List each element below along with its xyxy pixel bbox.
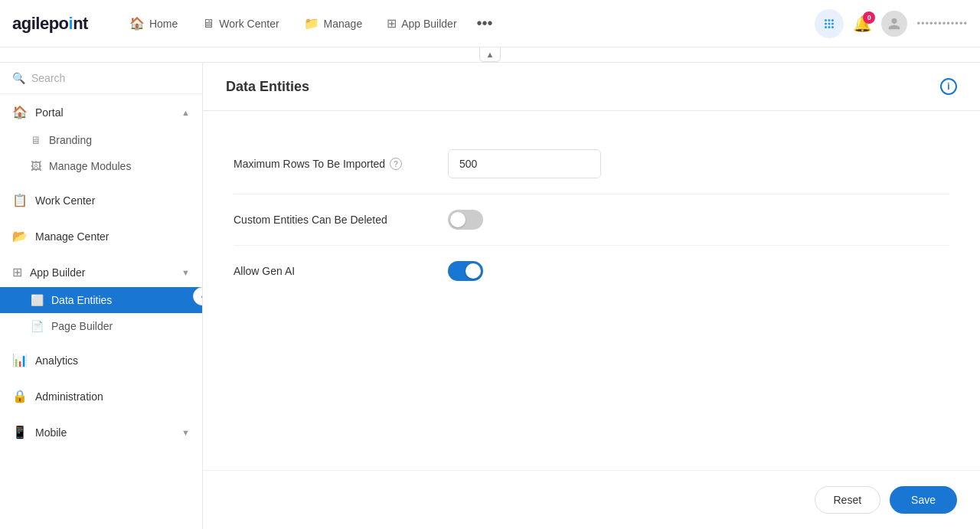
sidebar: 🔍 Search 🏠 Portal ▲ 🖥 Branding — [0, 63, 203, 529]
nav-manage-label: Manage — [324, 18, 363, 30]
main-layout: 🔍 Search 🏠 Portal ▲ 🖥 Branding — [0, 63, 980, 529]
analytics-label: Analytics — [35, 354, 78, 367]
max-rows-label-text: Maximum Rows To Be Imported — [234, 158, 385, 170]
app-builder-label: App Builder — [30, 266, 85, 279]
allow-gen-ai-toggle[interactable] — [448, 261, 483, 281]
sidebar-section-administration-header[interactable]: 🔒 Administration — [0, 381, 202, 411]
custom-entities-control — [448, 210, 483, 230]
mobile-icon: 📱 — [12, 425, 28, 439]
manage-modules-label: Manage Modules — [49, 160, 131, 172]
username-display: •••••••••••• — [916, 18, 968, 29]
allow-gen-ai-control — [448, 261, 483, 281]
portal-label: Portal — [35, 106, 64, 119]
sidebar-section-app-builder-header[interactable]: ⊞ App Builder ▼ — [0, 257, 202, 287]
custom-entities-label: Custom Entities Can Be Deleted — [234, 214, 448, 226]
nav-home-label: Home — [149, 18, 178, 30]
app-builder-chevron-icon: ▼ — [181, 268, 190, 277]
grid-icon: ⊞ — [387, 16, 397, 31]
reset-button[interactable]: Reset — [815, 486, 881, 514]
portal-icon: 🏠 — [12, 105, 28, 119]
sidebar-section-administration: 🔒 Administration — [0, 378, 202, 414]
nav-app-builder-label: App Builder — [401, 18, 456, 30]
branding-icon: 🖥 — [31, 134, 41, 146]
sidebar-search[interactable]: 🔍 Search — [0, 63, 202, 94]
notification-button[interactable]: 🔔 0 — [853, 15, 872, 33]
work-center-icon: 📋 — [12, 193, 28, 207]
nav-home[interactable]: 🏠 Home — [119, 10, 188, 37]
sidebar-item-branding[interactable]: 🖥 Branding — [0, 127, 202, 153]
form-row-custom-entities: Custom Entities Can Be Deleted — [234, 194, 949, 246]
sidebar-section-analytics: 📊 Analytics — [0, 342, 202, 378]
app-builder-items: ⬜ Data Entities 📄 Page Builder — [0, 287, 202, 339]
sidebar-item-data-entities[interactable]: ⬜ Data Entities — [0, 287, 202, 313]
logo-text: agilepoint — [12, 14, 88, 34]
form-row-allow-gen-ai: Allow Gen AI — [234, 246, 949, 296]
allow-gen-ai-toggle-track — [448, 261, 483, 281]
max-rows-control: ▲ ▼ — [448, 149, 601, 178]
user-avatar[interactable] — [881, 11, 907, 37]
monitor-icon: 🖥 — [202, 17, 214, 31]
manage-center-icon: 📂 — [12, 229, 28, 243]
page-builder-icon: 📄 — [31, 320, 44, 332]
custom-entities-toggle-track — [448, 210, 483, 230]
info-icon-button[interactable]: i — [940, 78, 957, 95]
collapse-nav-button[interactable]: ▲ — [479, 47, 501, 62]
nav-app-builder[interactable]: ⊞ App Builder — [376, 10, 467, 37]
nav-items: 🏠 Home 🖥 Work Center 📁 Manage ⊞ App Buil… — [119, 10, 815, 37]
portal-chevron-icon: ▲ — [181, 108, 190, 117]
mobile-chevron-icon: ▼ — [181, 428, 190, 437]
sidebar-section-work-center: 📋 Work Center — [0, 182, 202, 218]
allow-gen-ai-toggle-knob — [466, 263, 481, 279]
home-icon: 🏠 — [129, 16, 145, 31]
sidebar-section-app-builder: ⊞ App Builder ▼ ⬜ Data Entities 📄 Page B… — [0, 254, 202, 342]
form-area: Maximum Rows To Be Imported ? ▲ ▼ — [203, 111, 980, 470]
nav-right-section: 🔔 0 •••••••••••• — [815, 9, 968, 38]
portal-items: 🖥 Branding 🖼 Manage Modules — [0, 127, 202, 179]
nav-work-center-label: Work Center — [219, 18, 279, 30]
sidebar-section-mobile-header[interactable]: 📱 Mobile ▼ — [0, 417, 202, 447]
allow-gen-ai-label-text: Allow Gen AI — [234, 265, 295, 277]
sidebar-section-portal-header[interactable]: 🏠 Portal ▲ — [0, 97, 202, 127]
search-label: Search — [31, 72, 65, 84]
max-rows-label: Maximum Rows To Be Imported ? — [234, 158, 448, 170]
sidebar-section-manage-center-header[interactable]: 📂 Manage Center — [0, 221, 202, 251]
custom-entities-label-text: Custom Entities Can Be Deleted — [234, 214, 387, 226]
data-entities-label: Data Entities — [51, 294, 112, 306]
work-center-label: Work Center — [35, 194, 95, 207]
sidebar-item-page-builder[interactable]: 📄 Page Builder — [0, 313, 202, 339]
sidebar-section-work-center-header[interactable]: 📋 Work Center — [0, 185, 202, 215]
sidebar-section-portal: 🏠 Portal ▲ 🖥 Branding 🖼 Manage Modules — [0, 94, 202, 182]
apps-icon-button[interactable] — [815, 9, 844, 38]
sidebar-item-manage-modules[interactable]: 🖼 Manage Modules — [0, 153, 202, 179]
form-row-max-rows: Maximum Rows To Be Imported ? ▲ ▼ — [234, 134, 949, 194]
section-left: 🏠 Portal — [12, 105, 64, 119]
nav-collapse-bar: ▲ — [0, 47, 980, 63]
page-builder-label: Page Builder — [51, 320, 113, 332]
page-title: Data Entities — [226, 79, 309, 95]
sidebar-section-analytics-header[interactable]: 📊 Analytics — [0, 345, 202, 375]
administration-icon: 🔒 — [12, 389, 28, 403]
search-icon: 🔍 — [12, 72, 25, 84]
content-header: Data Entities i — [203, 63, 980, 111]
max-rows-help-icon[interactable]: ? — [390, 158, 402, 170]
footer-actions: Reset Save — [203, 470, 980, 529]
mobile-label: Mobile — [35, 426, 67, 439]
allow-gen-ai-label: Allow Gen AI — [234, 265, 448, 277]
manage-center-label: Manage Center — [35, 230, 109, 243]
nav-work-center[interactable]: 🖥 Work Center — [191, 11, 289, 37]
nav-more-button[interactable]: ••• — [471, 11, 499, 35]
max-rows-input-wrapper: ▲ ▼ — [448, 149, 601, 178]
max-rows-input[interactable] — [449, 150, 601, 178]
manage-modules-icon: 🖼 — [31, 160, 41, 172]
top-navigation: agilepoint 🏠 Home 🖥 Work Center 📁 Manage… — [0, 0, 980, 47]
custom-entities-toggle[interactable] — [448, 210, 483, 230]
app-builder-icon: ⊞ — [12, 265, 22, 279]
data-entities-icon: ⬜ — [31, 294, 44, 306]
administration-label: Administration — [35, 390, 103, 403]
save-button[interactable]: Save — [890, 486, 957, 514]
nav-manage[interactable]: 📁 Manage — [293, 10, 374, 37]
app-logo[interactable]: agilepoint — [12, 14, 88, 34]
sidebar-section-mobile: 📱 Mobile ▼ — [0, 414, 202, 450]
folder-icon: 📁 — [304, 16, 319, 31]
notification-badge: 0 — [863, 11, 875, 24]
